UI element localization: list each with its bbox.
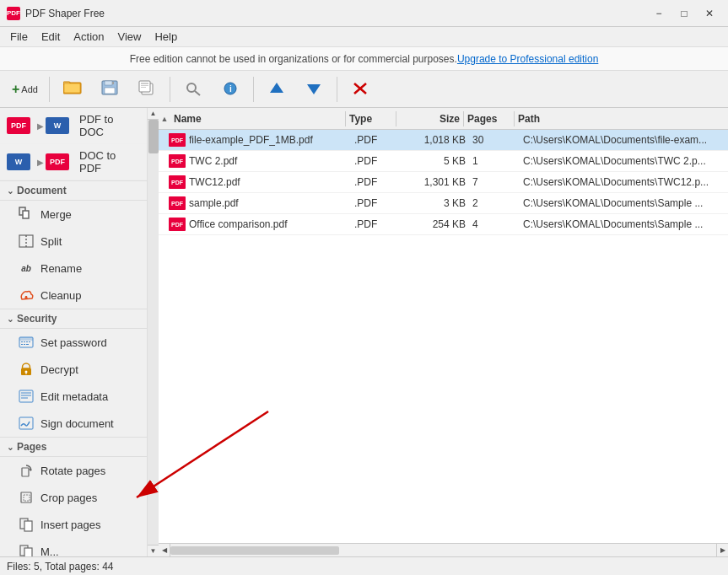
move-up-button[interactable] — [260, 78, 294, 100]
scroll-right-btn[interactable]: ▶ — [716, 544, 728, 557]
sidebar-item-rename[interactable]: ab Rename — [0, 255, 147, 282]
search-button[interactable] — [176, 78, 210, 100]
open-folder-button[interactable] — [56, 77, 89, 101]
copy-button[interactable] — [130, 78, 164, 101]
svg-rect-5 — [105, 88, 115, 94]
svg-rect-11 — [141, 87, 146, 88]
file-pages-cell: 4 — [469, 217, 520, 232]
col-size[interactable]: Size — [396, 111, 464, 126]
file-pages-cell: 1 — [469, 153, 520, 169]
set-password-label: Set password — [40, 336, 107, 349]
col-pages[interactable]: Pages — [464, 111, 515, 126]
file-path-cell: C:\Users\KOMAL\Documents\TWC 2.p... — [520, 153, 721, 169]
scroll-left-btn[interactable]: ◀ — [159, 544, 170, 557]
edit-metadata-label: Edit metadata — [40, 390, 108, 403]
svg-rect-40 — [19, 417, 33, 429]
sidebar-scroll-thumb[interactable] — [148, 120, 159, 153]
h-scrollbar-track — [170, 546, 716, 555]
title-bar: PDF PDF Shaper Free − □ ✕ — [0, 0, 728, 27]
sidebar-item-more[interactable]: M... — [0, 538, 147, 556]
add-label: Add — [21, 84, 38, 94]
minimize-button[interactable]: − — [647, 5, 671, 22]
sidebar-item-decrypt[interactable]: Decrypt — [0, 356, 147, 383]
table-row[interactable]: PDF sample.pdf .PDF 3 KB 2 C:\Users\KOMA… — [159, 193, 728, 214]
file-type-cell: .PDF — [351, 217, 402, 232]
menu-edit[interactable]: Edit — [35, 29, 67, 45]
menu-bar: File Edit Action View Help — [0, 27, 728, 47]
table-row[interactable]: PDF Office comparison.pdf .PDF 254 KB 4 … — [159, 214, 728, 235]
doc-to-pdf-label: DOC to PDF — [79, 149, 140, 175]
menu-file[interactable]: File — [3, 29, 35, 45]
save-button[interactable] — [93, 78, 127, 101]
file-pages-cell: 7 — [469, 175, 520, 190]
horizontal-scrollbar[interactable]: ◀ ▶ — [159, 543, 728, 556]
menu-view[interactable]: View — [111, 29, 148, 45]
decrypt-icon — [17, 360, 35, 379]
sidebar-item-split[interactable]: Split — [0, 228, 147, 255]
col-name[interactable]: Name — [170, 111, 346, 126]
header-columns: Name Type Size Pages Path — [170, 111, 728, 126]
category-document[interactable]: ⌄ Document — [0, 180, 147, 201]
app-icon: PDF — [7, 7, 20, 20]
svg-rect-46 — [24, 521, 32, 531]
sidebar: PDF ▶ W PDF to DOC W ▶ PDF DOC to PDF — [0, 108, 147, 556]
svg-marker-17 — [307, 84, 321, 94]
pdf-file-icon: PDF — [169, 175, 186, 189]
file-type-cell: .PDF — [351, 175, 402, 190]
copy-icon — [138, 80, 155, 99]
content-area: ▲ Name Type Size Pages Path — [159, 108, 728, 556]
svg-rect-8 — [139, 81, 150, 92]
move-down-button[interactable] — [297, 78, 331, 100]
down-arrow-icon — [305, 81, 322, 98]
pdf-icon-small-2: PDF — [46, 153, 69, 170]
file-pages-cell: 30 — [469, 132, 520, 148]
svg-rect-35 — [26, 373, 27, 374]
info-icon: i — [222, 81, 239, 98]
file-list-header: ▲ Name Type Size Pages Path — [159, 108, 728, 130]
file-pages-cell: 2 — [469, 196, 520, 211]
close-button[interactable]: ✕ — [698, 5, 721, 22]
category-pages[interactable]: ⌄ Pages — [0, 437, 147, 457]
delete-button[interactable] — [343, 78, 377, 100]
svg-rect-21 — [23, 211, 29, 218]
table-row[interactable]: PDF file-example_PDF_1MB.pdf .PDF 1,018 … — [159, 130, 728, 151]
sidebar-item-rotate-pages[interactable]: Rotate pages — [0, 457, 147, 484]
sidebar-item-sign-document[interactable]: Sign document — [0, 410, 147, 437]
sidebar-item-set-password[interactable]: Set password — [0, 329, 147, 356]
svg-rect-6 — [112, 82, 114, 84]
sidebar-item-insert-pages[interactable]: Insert pages — [0, 511, 147, 538]
pdf-to-doc-item[interactable]: PDF ▶ W PDF to DOC — [0, 108, 147, 144]
sidebar-scroll-down[interactable]: ▼ — [148, 545, 159, 556]
table-row[interactable]: PDF TWC 2.pdf .PDF 5 KB 1 C:\Users\KOMAL… — [159, 151, 728, 172]
menu-help[interactable]: Help — [148, 29, 184, 45]
col-path[interactable]: Path — [515, 111, 728, 126]
table-row[interactable]: PDF TWC12.pdf .PDF 1,301 KB 7 C:\Users\K… — [159, 172, 728, 193]
file-list: PDF file-example_PDF_1MB.pdf .PDF 1,018 … — [159, 130, 728, 543]
add-button[interactable]: + Add — [7, 79, 43, 99]
sidebar-item-merge[interactable]: Merge — [0, 201, 147, 228]
col-type[interactable]: Type — [346, 111, 396, 126]
maximize-button[interactable]: □ — [672, 5, 696, 22]
sidebar-scroll-up[interactable]: ▲ — [148, 108, 159, 120]
doc-to-pdf-item[interactable]: W ▶ PDF DOC to PDF — [0, 144, 147, 180]
menu-action[interactable]: Action — [67, 29, 111, 45]
file-size-cell: 1,018 KB — [402, 132, 469, 148]
h-scrollbar-thumb[interactable] — [170, 546, 339, 555]
svg-point-12 — [187, 83, 196, 92]
toolbar-separator-3 — [253, 77, 254, 102]
info-bar: Free edition cannot be used in organizat… — [0, 47, 728, 71]
insert-pages-label: Insert pages — [40, 519, 101, 531]
sidebar-item-cleanup[interactable]: Cleanup — [0, 282, 147, 309]
header-scroll-col: ▲ — [159, 115, 170, 123]
info-button[interactable]: i — [213, 78, 247, 100]
document-arrow: ⌄ — [7, 186, 13, 196]
search-icon — [185, 81, 202, 98]
rename-label: Rename — [40, 262, 82, 275]
sidebar-item-edit-metadata[interactable]: Edit metadata — [0, 383, 147, 410]
word-icon-small: W — [7, 153, 30, 170]
crop-pages-label: Crop pages — [40, 492, 97, 504]
category-security[interactable]: ⌄ Security — [0, 309, 147, 329]
upgrade-link[interactable]: Upgrade to Professional edition — [457, 53, 598, 65]
pdf-to-doc-label: PDF to DOC — [79, 113, 140, 138]
sidebar-item-crop-pages[interactable]: Crop pages — [0, 484, 147, 511]
